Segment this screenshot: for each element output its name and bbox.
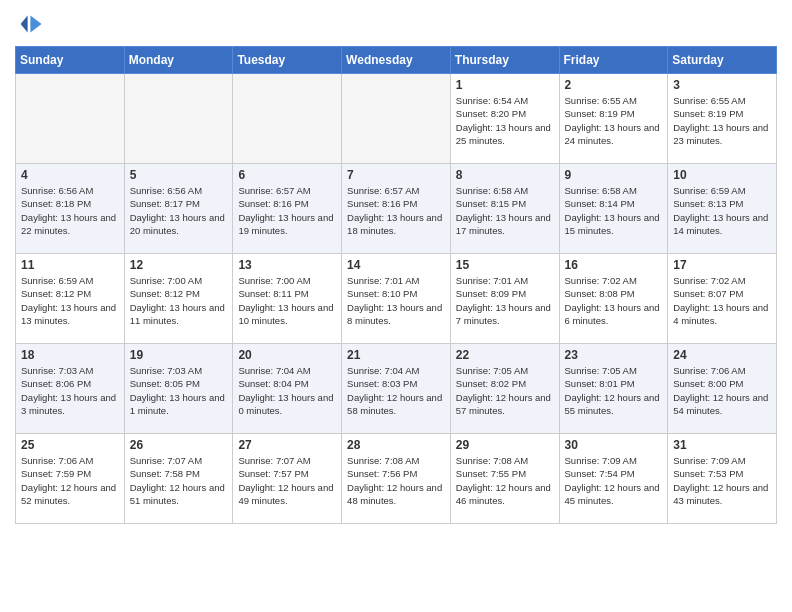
day-info: Sunrise: 6:59 AM Sunset: 8:13 PM Dayligh… bbox=[673, 184, 771, 237]
day-info: Sunrise: 6:55 AM Sunset: 8:19 PM Dayligh… bbox=[673, 94, 771, 147]
day-number: 25 bbox=[21, 438, 119, 452]
day-number: 28 bbox=[347, 438, 445, 452]
day-number: 29 bbox=[456, 438, 554, 452]
calendar-week-row: 4Sunrise: 6:56 AM Sunset: 8:18 PM Daylig… bbox=[16, 164, 777, 254]
col-header-friday: Friday bbox=[559, 47, 668, 74]
col-header-thursday: Thursday bbox=[450, 47, 559, 74]
calendar-cell: 17Sunrise: 7:02 AM Sunset: 8:07 PM Dayli… bbox=[668, 254, 777, 344]
calendar-cell: 22Sunrise: 7:05 AM Sunset: 8:02 PM Dayli… bbox=[450, 344, 559, 434]
col-header-sunday: Sunday bbox=[16, 47, 125, 74]
calendar-cell: 20Sunrise: 7:04 AM Sunset: 8:04 PM Dayli… bbox=[233, 344, 342, 434]
day-number: 7 bbox=[347, 168, 445, 182]
calendar-cell: 28Sunrise: 7:08 AM Sunset: 7:56 PM Dayli… bbox=[342, 434, 451, 524]
logo bbox=[15, 10, 47, 38]
day-number: 31 bbox=[673, 438, 771, 452]
day-number: 3 bbox=[673, 78, 771, 92]
day-number: 19 bbox=[130, 348, 228, 362]
calendar-cell: 21Sunrise: 7:04 AM Sunset: 8:03 PM Dayli… bbox=[342, 344, 451, 434]
day-number: 5 bbox=[130, 168, 228, 182]
col-header-saturday: Saturday bbox=[668, 47, 777, 74]
day-info: Sunrise: 7:04 AM Sunset: 8:04 PM Dayligh… bbox=[238, 364, 336, 417]
day-number: 23 bbox=[565, 348, 663, 362]
svg-marker-0 bbox=[30, 16, 41, 33]
day-number: 14 bbox=[347, 258, 445, 272]
day-number: 1 bbox=[456, 78, 554, 92]
calendar-cell: 26Sunrise: 7:07 AM Sunset: 7:58 PM Dayli… bbox=[124, 434, 233, 524]
day-number: 30 bbox=[565, 438, 663, 452]
svg-marker-1 bbox=[21, 16, 28, 33]
day-number: 8 bbox=[456, 168, 554, 182]
calendar-cell: 18Sunrise: 7:03 AM Sunset: 8:06 PM Dayli… bbox=[16, 344, 125, 434]
day-info: Sunrise: 6:56 AM Sunset: 8:18 PM Dayligh… bbox=[21, 184, 119, 237]
calendar-cell: 25Sunrise: 7:06 AM Sunset: 7:59 PM Dayli… bbox=[16, 434, 125, 524]
calendar-cell: 30Sunrise: 7:09 AM Sunset: 7:54 PM Dayli… bbox=[559, 434, 668, 524]
calendar-week-row: 1Sunrise: 6:54 AM Sunset: 8:20 PM Daylig… bbox=[16, 74, 777, 164]
day-number: 9 bbox=[565, 168, 663, 182]
calendar-header-row: SundayMondayTuesdayWednesdayThursdayFrid… bbox=[16, 47, 777, 74]
calendar-cell: 5Sunrise: 6:56 AM Sunset: 8:17 PM Daylig… bbox=[124, 164, 233, 254]
calendar-week-row: 18Sunrise: 7:03 AM Sunset: 8:06 PM Dayli… bbox=[16, 344, 777, 434]
calendar-cell: 8Sunrise: 6:58 AM Sunset: 8:15 PM Daylig… bbox=[450, 164, 559, 254]
day-number: 22 bbox=[456, 348, 554, 362]
day-info: Sunrise: 7:09 AM Sunset: 7:53 PM Dayligh… bbox=[673, 454, 771, 507]
calendar-week-row: 25Sunrise: 7:06 AM Sunset: 7:59 PM Dayli… bbox=[16, 434, 777, 524]
calendar-cell: 27Sunrise: 7:07 AM Sunset: 7:57 PM Dayli… bbox=[233, 434, 342, 524]
day-info: Sunrise: 7:06 AM Sunset: 8:00 PM Dayligh… bbox=[673, 364, 771, 417]
day-info: Sunrise: 7:02 AM Sunset: 8:08 PM Dayligh… bbox=[565, 274, 663, 327]
calendar-cell: 31Sunrise: 7:09 AM Sunset: 7:53 PM Dayli… bbox=[668, 434, 777, 524]
day-number: 6 bbox=[238, 168, 336, 182]
calendar-table: SundayMondayTuesdayWednesdayThursdayFrid… bbox=[15, 46, 777, 524]
day-number: 12 bbox=[130, 258, 228, 272]
day-info: Sunrise: 7:04 AM Sunset: 8:03 PM Dayligh… bbox=[347, 364, 445, 417]
day-info: Sunrise: 7:06 AM Sunset: 7:59 PM Dayligh… bbox=[21, 454, 119, 507]
calendar-cell: 9Sunrise: 6:58 AM Sunset: 8:14 PM Daylig… bbox=[559, 164, 668, 254]
day-number: 15 bbox=[456, 258, 554, 272]
calendar-cell: 16Sunrise: 7:02 AM Sunset: 8:08 PM Dayli… bbox=[559, 254, 668, 344]
calendar-cell bbox=[16, 74, 125, 164]
day-number: 21 bbox=[347, 348, 445, 362]
day-number: 4 bbox=[21, 168, 119, 182]
day-info: Sunrise: 6:59 AM Sunset: 8:12 PM Dayligh… bbox=[21, 274, 119, 327]
col-header-monday: Monday bbox=[124, 47, 233, 74]
day-info: Sunrise: 7:08 AM Sunset: 7:56 PM Dayligh… bbox=[347, 454, 445, 507]
day-number: 16 bbox=[565, 258, 663, 272]
day-info: Sunrise: 7:05 AM Sunset: 8:01 PM Dayligh… bbox=[565, 364, 663, 417]
day-info: Sunrise: 7:08 AM Sunset: 7:55 PM Dayligh… bbox=[456, 454, 554, 507]
day-number: 13 bbox=[238, 258, 336, 272]
calendar-cell bbox=[233, 74, 342, 164]
day-number: 10 bbox=[673, 168, 771, 182]
day-info: Sunrise: 7:07 AM Sunset: 7:57 PM Dayligh… bbox=[238, 454, 336, 507]
col-header-wednesday: Wednesday bbox=[342, 47, 451, 74]
calendar-cell: 24Sunrise: 7:06 AM Sunset: 8:00 PM Dayli… bbox=[668, 344, 777, 434]
day-info: Sunrise: 7:03 AM Sunset: 8:05 PM Dayligh… bbox=[130, 364, 228, 417]
day-info: Sunrise: 6:57 AM Sunset: 8:16 PM Dayligh… bbox=[347, 184, 445, 237]
calendar-cell: 14Sunrise: 7:01 AM Sunset: 8:10 PM Dayli… bbox=[342, 254, 451, 344]
day-info: Sunrise: 6:58 AM Sunset: 8:15 PM Dayligh… bbox=[456, 184, 554, 237]
day-info: Sunrise: 6:54 AM Sunset: 8:20 PM Dayligh… bbox=[456, 94, 554, 147]
page-header bbox=[15, 10, 777, 38]
day-info: Sunrise: 7:07 AM Sunset: 7:58 PM Dayligh… bbox=[130, 454, 228, 507]
day-number: 24 bbox=[673, 348, 771, 362]
day-number: 20 bbox=[238, 348, 336, 362]
day-info: Sunrise: 7:05 AM Sunset: 8:02 PM Dayligh… bbox=[456, 364, 554, 417]
day-number: 26 bbox=[130, 438, 228, 452]
day-info: Sunrise: 7:00 AM Sunset: 8:12 PM Dayligh… bbox=[130, 274, 228, 327]
day-number: 2 bbox=[565, 78, 663, 92]
calendar-cell: 10Sunrise: 6:59 AM Sunset: 8:13 PM Dayli… bbox=[668, 164, 777, 254]
calendar-cell: 29Sunrise: 7:08 AM Sunset: 7:55 PM Dayli… bbox=[450, 434, 559, 524]
calendar-week-row: 11Sunrise: 6:59 AM Sunset: 8:12 PM Dayli… bbox=[16, 254, 777, 344]
day-info: Sunrise: 7:01 AM Sunset: 8:09 PM Dayligh… bbox=[456, 274, 554, 327]
calendar-cell: 7Sunrise: 6:57 AM Sunset: 8:16 PM Daylig… bbox=[342, 164, 451, 254]
day-number: 27 bbox=[238, 438, 336, 452]
day-info: Sunrise: 6:58 AM Sunset: 8:14 PM Dayligh… bbox=[565, 184, 663, 237]
day-info: Sunrise: 6:55 AM Sunset: 8:19 PM Dayligh… bbox=[565, 94, 663, 147]
calendar-cell bbox=[124, 74, 233, 164]
day-number: 17 bbox=[673, 258, 771, 272]
calendar-cell: 13Sunrise: 7:00 AM Sunset: 8:11 PM Dayli… bbox=[233, 254, 342, 344]
col-header-tuesday: Tuesday bbox=[233, 47, 342, 74]
day-info: Sunrise: 6:57 AM Sunset: 8:16 PM Dayligh… bbox=[238, 184, 336, 237]
logo-icon bbox=[15, 10, 43, 38]
calendar-cell: 2Sunrise: 6:55 AM Sunset: 8:19 PM Daylig… bbox=[559, 74, 668, 164]
calendar-cell: 3Sunrise: 6:55 AM Sunset: 8:19 PM Daylig… bbox=[668, 74, 777, 164]
day-number: 18 bbox=[21, 348, 119, 362]
